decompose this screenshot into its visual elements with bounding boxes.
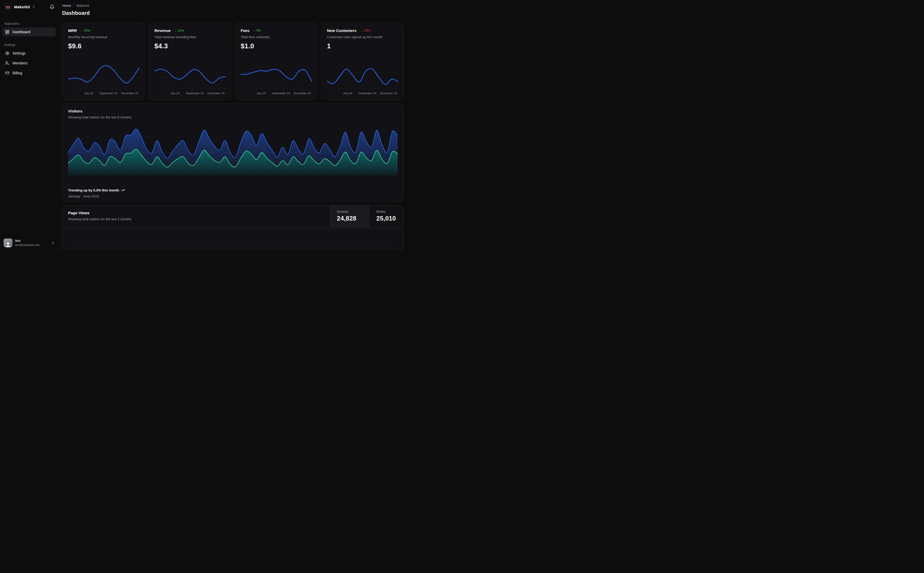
sparkline-chart bbox=[68, 62, 139, 90]
visitors-area-chart bbox=[68, 124, 398, 175]
stat-value: 1 bbox=[327, 42, 398, 50]
visitors-date-range: January - June 2024 bbox=[68, 194, 125, 198]
visitors-subtitle: Showing total visitors for the last 6 mo… bbox=[68, 115, 398, 119]
sparkline-chart bbox=[241, 62, 312, 90]
user-email: test@makerkit.dev bbox=[15, 243, 40, 247]
users-icon bbox=[5, 61, 9, 65]
sidebar-item-label: Members bbox=[13, 61, 28, 65]
bell-icon bbox=[50, 5, 55, 9]
stat-value: $1.0 bbox=[241, 42, 311, 50]
toggle-label: Mobile bbox=[377, 210, 403, 213]
app-logo: m bbox=[4, 3, 11, 10]
arrow-up-icon: ↑ bbox=[175, 29, 176, 33]
page-title: Dashboard bbox=[62, 10, 404, 16]
user-menu[interactable]: test test@makerkit.dev bbox=[0, 235, 58, 251]
stat-title: Revenue bbox=[154, 28, 171, 33]
page-views-header: Page Views Showing total visitors for th… bbox=[63, 205, 403, 228]
x-tick: September 24 bbox=[272, 92, 290, 95]
gear-icon bbox=[5, 51, 9, 55]
trend-badge: ↑9% bbox=[254, 29, 261, 33]
breadcrumb: Home › Makerkit bbox=[62, 4, 404, 8]
chevrons-up-down-icon bbox=[32, 5, 35, 9]
sparkline-x-labels: July 24 September 24 December 24 bbox=[327, 92, 398, 96]
stat-card-fees: Fees ↑9% Total fees collected $1.0 July … bbox=[235, 23, 317, 100]
stat-title: MRR bbox=[68, 28, 77, 33]
sidebar-item-billing[interactable]: Billing bbox=[3, 69, 56, 77]
arrow-down-icon: ↓ bbox=[361, 29, 362, 33]
trend-badge: ↑12% bbox=[175, 29, 184, 33]
sparkline-x-labels: July 24 September 24 December 24 bbox=[68, 92, 139, 96]
sparkline-chart bbox=[327, 62, 398, 90]
sidebar-nav-application: Dashboard bbox=[0, 28, 58, 36]
stat-subtitle: Total fees collected bbox=[241, 35, 311, 39]
x-tick: December 24 bbox=[294, 92, 311, 95]
credit-card-icon bbox=[5, 71, 9, 75]
sidebar-section-application: Application bbox=[0, 22, 58, 25]
sidebar-section-settings: Settings bbox=[0, 43, 58, 47]
x-tick: July 24 bbox=[170, 92, 179, 95]
trend-percent: 20% bbox=[84, 29, 90, 33]
toggle-mobile[interactable]: Mobile 25,010 bbox=[369, 205, 403, 228]
arrow-up-icon: ↑ bbox=[254, 29, 255, 33]
stat-subtitle: Customers who signed up this month bbox=[327, 35, 398, 39]
stat-cards-row: MRR ↑20% Monthly recurring revenue $9.6 … bbox=[62, 23, 404, 100]
sparkline-x-labels: July 24 September 24 December 24 bbox=[241, 92, 311, 96]
sidebar-item-label: Settings bbox=[13, 51, 26, 55]
sparkline-x-labels: July 24 September 24 December 24 bbox=[154, 92, 225, 96]
toggle-label: Desktop bbox=[337, 210, 369, 213]
stat-subtitle: Monthly recurring revenue bbox=[68, 35, 139, 39]
x-tick: December 24 bbox=[380, 92, 397, 95]
page-views-card: Page Views Showing total visitors for th… bbox=[62, 205, 404, 251]
stat-title: Fees bbox=[241, 28, 249, 33]
app-logo-letter: m bbox=[6, 5, 10, 9]
visitors-card: Visitors Showing total visitors for the … bbox=[62, 103, 404, 202]
sparkline-chart bbox=[154, 62, 226, 90]
x-axis-ticks bbox=[68, 175, 398, 176]
x-tick: July 24 bbox=[343, 92, 352, 95]
toggle-desktop[interactable]: Desktop 24,828 bbox=[330, 205, 369, 228]
page-views-title: Page Views bbox=[68, 211, 324, 215]
x-tick: December 24 bbox=[207, 92, 224, 95]
stat-card-revenue: Revenue ↑12% Total revenue including fee… bbox=[148, 23, 231, 100]
sidebar-item-members[interactable]: Members bbox=[3, 59, 56, 67]
trend-percent: 9% bbox=[256, 29, 261, 33]
visitors-title: Visitors bbox=[68, 109, 398, 113]
trend-badge: ↑20% bbox=[81, 29, 90, 33]
trend-percent: 12% bbox=[177, 29, 184, 33]
user-name: test bbox=[15, 239, 40, 243]
sidebar-item-label: Dashboard bbox=[13, 30, 30, 34]
x-tick: September 24 bbox=[99, 92, 117, 95]
sidebar: m Makerkit Application Dashboard Setting… bbox=[0, 0, 58, 251]
stat-card-new-customers: New Customers ↓-25% Customers who signed… bbox=[321, 23, 404, 100]
sidebar-header: m Makerkit bbox=[0, 0, 58, 13]
stat-title: New Customers bbox=[327, 28, 356, 33]
x-tick: July 24 bbox=[257, 92, 266, 95]
x-tick: September 24 bbox=[185, 92, 204, 95]
trend-percent: -25% bbox=[363, 29, 371, 33]
toggle-value: 24,828 bbox=[337, 215, 369, 222]
visitors-trend-text: Trending up by 5.2% this month bbox=[68, 188, 119, 192]
sidebar-item-dashboard[interactable]: Dashboard bbox=[3, 28, 56, 36]
dashboard-icon bbox=[5, 30, 9, 34]
sidebar-nav-settings: Settings Members Billing bbox=[0, 49, 58, 77]
stat-subtitle: Total revenue including fees bbox=[154, 35, 225, 39]
trend-badge: ↓-25% bbox=[361, 29, 371, 33]
page-views-bar-chart bbox=[68, 228, 398, 251]
x-tick: September 24 bbox=[358, 92, 376, 95]
main-content: Home › Makerkit Dashboard MRR ↑20% Month… bbox=[58, 0, 405, 251]
person-icon bbox=[5, 241, 11, 247]
team-selector[interactable]: Makerkit bbox=[14, 5, 35, 9]
notifications-button[interactable] bbox=[50, 5, 55, 9]
sidebar-item-label: Billing bbox=[13, 71, 22, 75]
visitors-footer: Trending up by 5.2% this month January -… bbox=[68, 188, 125, 198]
breadcrumb-home-link[interactable]: Home bbox=[62, 4, 71, 8]
team-name: Makerkit bbox=[14, 5, 30, 9]
x-tick: December 24 bbox=[121, 92, 138, 95]
sidebar-item-settings[interactable]: Settings bbox=[3, 49, 56, 58]
stat-value: $4.3 bbox=[154, 42, 225, 50]
stat-value: $9.6 bbox=[68, 42, 139, 50]
page-views-subtitle: Showing total visitors for the last 3 mo… bbox=[68, 217, 324, 221]
chevrons-up-down-icon bbox=[51, 241, 55, 245]
app-root: m Makerkit Application Dashboard Setting… bbox=[0, 0, 405, 251]
toggle-value: 25,010 bbox=[377, 215, 403, 222]
